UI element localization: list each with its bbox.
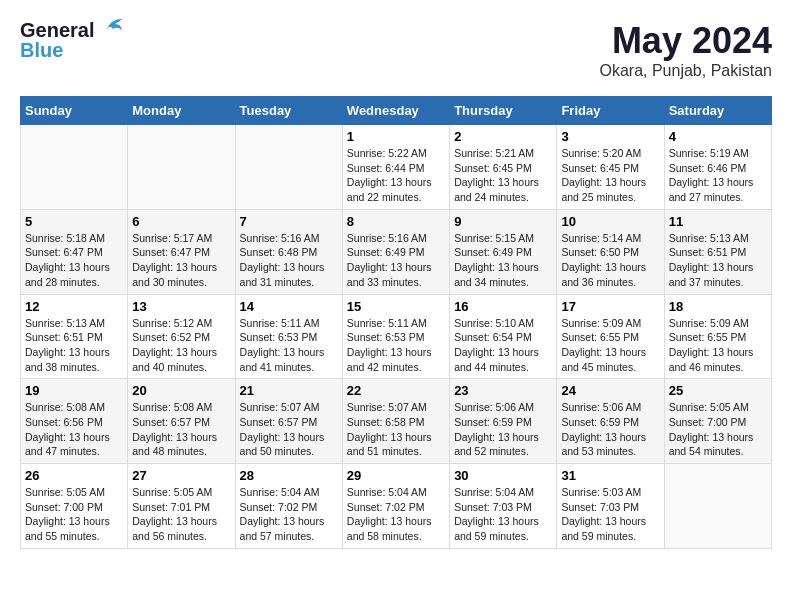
- calendar-cell: 17 Sunrise: 5:09 AMSunset: 6:55 PMDaylig…: [557, 294, 664, 379]
- calendar-cell: [235, 125, 342, 210]
- day-number: 28: [240, 468, 338, 483]
- month-title: May 2024: [599, 20, 772, 62]
- day-number: 23: [454, 383, 552, 398]
- calendar-cell: 2 Sunrise: 5:21 AMSunset: 6:45 PMDayligh…: [450, 125, 557, 210]
- day-number: 27: [132, 468, 230, 483]
- calendar-cell: 31 Sunrise: 5:03 AMSunset: 7:03 PMDaylig…: [557, 464, 664, 549]
- day-number: 8: [347, 214, 445, 229]
- calendar-cell: 3 Sunrise: 5:20 AMSunset: 6:45 PMDayligh…: [557, 125, 664, 210]
- day-detail: Sunrise: 5:09 AMSunset: 6:55 PMDaylight:…: [561, 316, 659, 375]
- day-number: 5: [25, 214, 123, 229]
- day-number: 13: [132, 299, 230, 314]
- day-number: 2: [454, 129, 552, 144]
- calendar-cell: 20 Sunrise: 5:08 AMSunset: 6:57 PMDaylig…: [128, 379, 235, 464]
- calendar-cell: 4 Sunrise: 5:19 AMSunset: 6:46 PMDayligh…: [664, 125, 771, 210]
- calendar-cell: 11 Sunrise: 5:13 AMSunset: 6:51 PMDaylig…: [664, 209, 771, 294]
- day-detail: Sunrise: 5:04 AMSunset: 7:02 PMDaylight:…: [240, 485, 338, 544]
- day-number: 12: [25, 299, 123, 314]
- day-number: 29: [347, 468, 445, 483]
- logo: General Blue: [20, 20, 124, 60]
- day-number: 14: [240, 299, 338, 314]
- day-number: 22: [347, 383, 445, 398]
- calendar-header-row: SundayMondayTuesdayWednesdayThursdayFrid…: [21, 97, 772, 125]
- calendar-day-header: Friday: [557, 97, 664, 125]
- calendar-cell: 29 Sunrise: 5:04 AMSunset: 7:02 PMDaylig…: [342, 464, 449, 549]
- calendar-cell: 12 Sunrise: 5:13 AMSunset: 6:51 PMDaylig…: [21, 294, 128, 379]
- day-number: 3: [561, 129, 659, 144]
- day-number: 30: [454, 468, 552, 483]
- day-detail: Sunrise: 5:19 AMSunset: 6:46 PMDaylight:…: [669, 146, 767, 205]
- calendar-cell: 27 Sunrise: 5:05 AMSunset: 7:01 PMDaylig…: [128, 464, 235, 549]
- calendar-cell: 15 Sunrise: 5:11 AMSunset: 6:53 PMDaylig…: [342, 294, 449, 379]
- day-detail: Sunrise: 5:15 AMSunset: 6:49 PMDaylight:…: [454, 231, 552, 290]
- day-detail: Sunrise: 5:07 AMSunset: 6:57 PMDaylight:…: [240, 400, 338, 459]
- day-number: 18: [669, 299, 767, 314]
- calendar-cell: [664, 464, 771, 549]
- calendar-day-header: Wednesday: [342, 97, 449, 125]
- day-detail: Sunrise: 5:14 AMSunset: 6:50 PMDaylight:…: [561, 231, 659, 290]
- calendar-cell: 21 Sunrise: 5:07 AMSunset: 6:57 PMDaylig…: [235, 379, 342, 464]
- calendar-cell: 30 Sunrise: 5:04 AMSunset: 7:03 PMDaylig…: [450, 464, 557, 549]
- day-detail: Sunrise: 5:04 AMSunset: 7:03 PMDaylight:…: [454, 485, 552, 544]
- day-number: 9: [454, 214, 552, 229]
- day-number: 6: [132, 214, 230, 229]
- calendar-cell: 16 Sunrise: 5:10 AMSunset: 6:54 PMDaylig…: [450, 294, 557, 379]
- day-detail: Sunrise: 5:21 AMSunset: 6:45 PMDaylight:…: [454, 146, 552, 205]
- day-number: 1: [347, 129, 445, 144]
- calendar-cell: 25 Sunrise: 5:05 AMSunset: 7:00 PMDaylig…: [664, 379, 771, 464]
- calendar-week-row: 1 Sunrise: 5:22 AMSunset: 6:44 PMDayligh…: [21, 125, 772, 210]
- day-number: 25: [669, 383, 767, 398]
- calendar-week-row: 26 Sunrise: 5:05 AMSunset: 7:00 PMDaylig…: [21, 464, 772, 549]
- calendar-week-row: 12 Sunrise: 5:13 AMSunset: 6:51 PMDaylig…: [21, 294, 772, 379]
- day-detail: Sunrise: 5:13 AMSunset: 6:51 PMDaylight:…: [25, 316, 123, 375]
- calendar-cell: 5 Sunrise: 5:18 AMSunset: 6:47 PMDayligh…: [21, 209, 128, 294]
- logo-bird-icon: [96, 16, 124, 38]
- calendar-day-header: Monday: [128, 97, 235, 125]
- day-detail: Sunrise: 5:10 AMSunset: 6:54 PMDaylight:…: [454, 316, 552, 375]
- day-number: 16: [454, 299, 552, 314]
- day-detail: Sunrise: 5:03 AMSunset: 7:03 PMDaylight:…: [561, 485, 659, 544]
- day-detail: Sunrise: 5:05 AMSunset: 7:01 PMDaylight:…: [132, 485, 230, 544]
- day-number: 20: [132, 383, 230, 398]
- day-number: 31: [561, 468, 659, 483]
- day-detail: Sunrise: 5:16 AMSunset: 6:49 PMDaylight:…: [347, 231, 445, 290]
- calendar-cell: 13 Sunrise: 5:12 AMSunset: 6:52 PMDaylig…: [128, 294, 235, 379]
- calendar-day-header: Sunday: [21, 97, 128, 125]
- calendar-cell: 10 Sunrise: 5:14 AMSunset: 6:50 PMDaylig…: [557, 209, 664, 294]
- day-detail: Sunrise: 5:08 AMSunset: 6:57 PMDaylight:…: [132, 400, 230, 459]
- day-number: 19: [25, 383, 123, 398]
- day-detail: Sunrise: 5:06 AMSunset: 6:59 PMDaylight:…: [454, 400, 552, 459]
- day-number: 7: [240, 214, 338, 229]
- calendar-cell: 7 Sunrise: 5:16 AMSunset: 6:48 PMDayligh…: [235, 209, 342, 294]
- calendar-cell: 22 Sunrise: 5:07 AMSunset: 6:58 PMDaylig…: [342, 379, 449, 464]
- location: Okara, Punjab, Pakistan: [599, 62, 772, 80]
- calendar-cell: 6 Sunrise: 5:17 AMSunset: 6:47 PMDayligh…: [128, 209, 235, 294]
- logo-general: General: [20, 20, 94, 40]
- day-detail: Sunrise: 5:16 AMSunset: 6:48 PMDaylight:…: [240, 231, 338, 290]
- day-detail: Sunrise: 5:06 AMSunset: 6:59 PMDaylight:…: [561, 400, 659, 459]
- calendar-cell: [128, 125, 235, 210]
- day-detail: Sunrise: 5:22 AMSunset: 6:44 PMDaylight:…: [347, 146, 445, 205]
- day-number: 15: [347, 299, 445, 314]
- day-detail: Sunrise: 5:04 AMSunset: 7:02 PMDaylight:…: [347, 485, 445, 544]
- day-detail: Sunrise: 5:13 AMSunset: 6:51 PMDaylight:…: [669, 231, 767, 290]
- day-number: 26: [25, 468, 123, 483]
- calendar-cell: [21, 125, 128, 210]
- day-detail: Sunrise: 5:20 AMSunset: 6:45 PMDaylight:…: [561, 146, 659, 205]
- calendar-cell: 1 Sunrise: 5:22 AMSunset: 6:44 PMDayligh…: [342, 125, 449, 210]
- day-number: 4: [669, 129, 767, 144]
- calendar-cell: 18 Sunrise: 5:09 AMSunset: 6:55 PMDaylig…: [664, 294, 771, 379]
- calendar-week-row: 19 Sunrise: 5:08 AMSunset: 6:56 PMDaylig…: [21, 379, 772, 464]
- calendar-cell: 14 Sunrise: 5:11 AMSunset: 6:53 PMDaylig…: [235, 294, 342, 379]
- calendar-table: SundayMondayTuesdayWednesdayThursdayFrid…: [20, 96, 772, 549]
- day-detail: Sunrise: 5:11 AMSunset: 6:53 PMDaylight:…: [347, 316, 445, 375]
- calendar-cell: 26 Sunrise: 5:05 AMSunset: 7:00 PMDaylig…: [21, 464, 128, 549]
- day-detail: Sunrise: 5:05 AMSunset: 7:00 PMDaylight:…: [25, 485, 123, 544]
- day-number: 17: [561, 299, 659, 314]
- day-number: 24: [561, 383, 659, 398]
- day-detail: Sunrise: 5:12 AMSunset: 6:52 PMDaylight:…: [132, 316, 230, 375]
- day-detail: Sunrise: 5:09 AMSunset: 6:55 PMDaylight:…: [669, 316, 767, 375]
- day-detail: Sunrise: 5:17 AMSunset: 6:47 PMDaylight:…: [132, 231, 230, 290]
- calendar-cell: 24 Sunrise: 5:06 AMSunset: 6:59 PMDaylig…: [557, 379, 664, 464]
- day-detail: Sunrise: 5:07 AMSunset: 6:58 PMDaylight:…: [347, 400, 445, 459]
